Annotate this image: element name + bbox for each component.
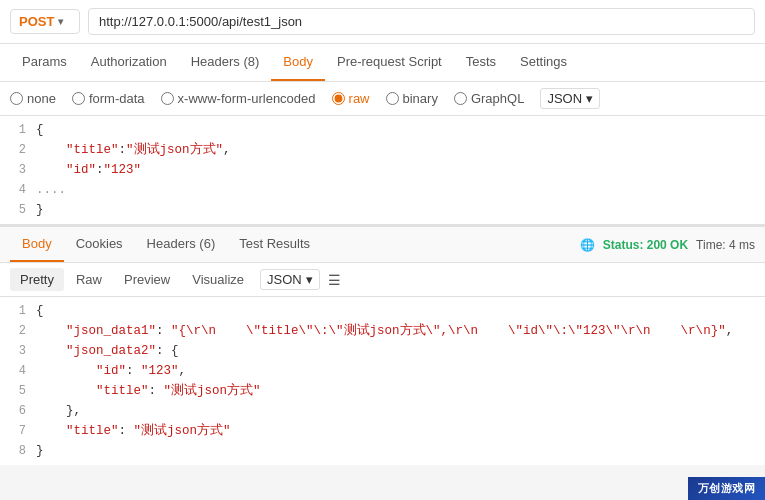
body-options: none form-data x-www-form-urlencoded raw…	[0, 82, 765, 116]
method-label: POST	[19, 14, 54, 29]
url-input[interactable]	[88, 8, 755, 35]
option-binary[interactable]: binary	[386, 91, 438, 106]
tab-settings[interactable]: Settings	[508, 44, 579, 81]
resp-line-5: 5 "title": "测试json方式"	[0, 381, 765, 401]
resp-line-6: 6 },	[0, 401, 765, 421]
option-urlencoded[interactable]: x-www-form-urlencoded	[161, 91, 316, 106]
req-line-1: 1 {	[0, 120, 765, 140]
tab-body[interactable]: Body	[271, 44, 325, 81]
tab-pre-request[interactable]: Pre-request Script	[325, 44, 454, 81]
resp-visualize[interactable]: Visualize	[182, 268, 254, 291]
tab-params[interactable]: Params	[10, 44, 79, 81]
request-code-editor[interactable]: 1 { 2 "title":"测试json方式", 3 "id":"123" 4…	[0, 116, 765, 225]
resp-line-4: 4 "id": "123",	[0, 361, 765, 381]
url-bar: POST ▾	[0, 0, 765, 44]
watermark: 万创游戏网	[688, 477, 766, 500]
method-chevron: ▾	[58, 16, 63, 27]
method-select[interactable]: POST ▾	[10, 9, 80, 34]
filter-icon[interactable]: ☰	[328, 272, 341, 288]
resp-body-options: Pretty Raw Preview Visualize JSON ▾ ☰	[0, 263, 765, 297]
option-none[interactable]: none	[10, 91, 56, 106]
option-form-data[interactable]: form-data	[72, 91, 145, 106]
json-format-select[interactable]: JSON ▾	[540, 88, 600, 109]
resp-line-2: 2 "json_data1": "{\r\n \"title\"\:\"测试js…	[0, 321, 765, 341]
time-label: Time: 4 ms	[696, 238, 755, 252]
req-line-3: 3 "id":"123"	[0, 160, 765, 180]
response-code: 1 { 2 "json_data1": "{\r\n \"title\"\:\"…	[0, 297, 765, 465]
resp-line-1: 1 {	[0, 301, 765, 321]
resp-line-7: 7 "title": "测试json方式"	[0, 421, 765, 441]
resp-json-select[interactable]: JSON ▾	[260, 269, 320, 290]
req-line-5: 5 }	[0, 200, 765, 220]
status-label: Status: 200 OK	[603, 238, 688, 252]
option-graphql[interactable]: GraphQL	[454, 91, 524, 106]
globe-icon: 🌐	[580, 238, 595, 252]
resp-tab-body[interactable]: Body	[10, 227, 64, 262]
tab-tests[interactable]: Tests	[454, 44, 508, 81]
request-tabs: Params Authorization Headers (8) Body Pr…	[0, 44, 765, 82]
tab-headers[interactable]: Headers (8)	[179, 44, 272, 81]
resp-pretty[interactable]: Pretty	[10, 268, 64, 291]
response-header: Body Cookies Headers (6) Test Results 🌐 …	[0, 225, 765, 263]
resp-raw[interactable]: Raw	[66, 268, 112, 291]
resp-line-3: 3 "json_data2": {	[0, 341, 765, 361]
resp-tab-cookies[interactable]: Cookies	[64, 227, 135, 262]
resp-tab-test-results[interactable]: Test Results	[227, 227, 322, 262]
resp-line-8: 8 }	[0, 441, 765, 461]
response-tabs: Body Cookies Headers (6) Test Results	[10, 227, 322, 262]
resp-preview[interactable]: Preview	[114, 268, 180, 291]
req-line-4: 4 ....	[0, 180, 765, 200]
option-raw[interactable]: raw	[332, 91, 370, 106]
tab-authorization[interactable]: Authorization	[79, 44, 179, 81]
response-meta: 🌐 Status: 200 OK Time: 4 ms	[580, 238, 755, 252]
resp-tab-headers[interactable]: Headers (6)	[135, 227, 228, 262]
req-line-2: 2 "title":"测试json方式",	[0, 140, 765, 160]
